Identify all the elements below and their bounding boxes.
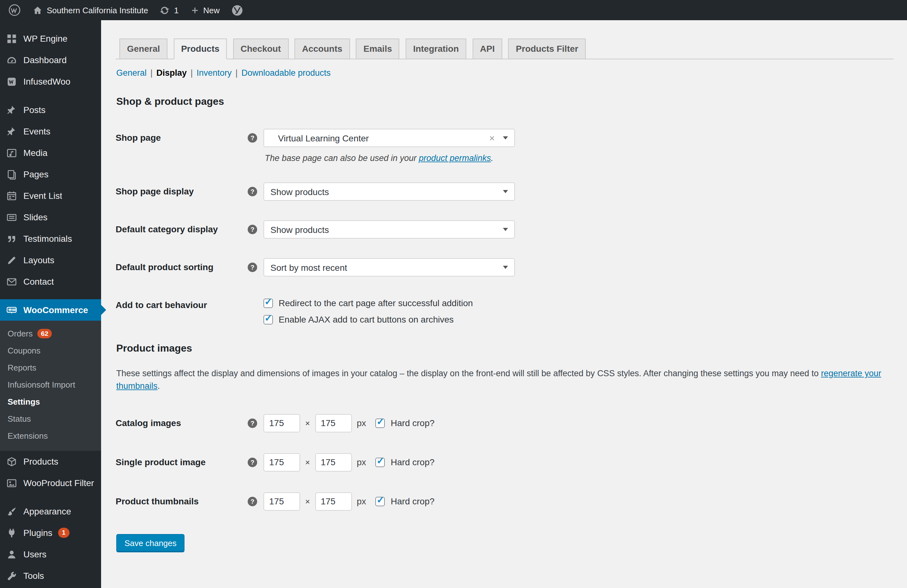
sidebar-item-plugins[interactable]: Plugins 1 [0, 522, 101, 543]
ajax-add-to-cart-checkbox[interactable]: ✓ Enable AJAX add to cart buttons on arc… [263, 314, 473, 324]
sidebar-item-contact[interactable]: Contact [0, 271, 101, 292]
default-product-sorting-select[interactable]: Sort by most recent [263, 258, 515, 276]
media-icon [5, 147, 18, 159]
sidebar-item-wooproduct-filter[interactable]: WooProduct Filter [0, 472, 101, 494]
sidebar-item-event-list[interactable]: Event List [0, 185, 101, 206]
site-name: Southern California Institute [47, 5, 148, 15]
single-height-input[interactable] [315, 453, 352, 471]
sidebar-item-wp-engine[interactable]: WP Engine [0, 28, 101, 49]
sidebar-item-dashboard[interactable]: Dashboard [0, 49, 101, 71]
help-icon[interactable]: ? [248, 418, 257, 428]
yoast-menu[interactable] [225, 0, 248, 20]
subnav-general[interactable]: General [116, 68, 147, 78]
sidebar-item-tools[interactable]: Tools [0, 565, 101, 586]
orders-count-badge: 62 [37, 329, 52, 339]
subnav-downloadable-products[interactable]: Downloadable products [241, 68, 330, 78]
tab-integration[interactable]: Integration [405, 38, 466, 59]
menu-separator [0, 292, 101, 299]
sidebar-item-layouts[interactable]: Layouts [0, 249, 101, 271]
yoast-icon [231, 4, 243, 16]
single-hard-crop-checkbox[interactable]: ✓ Hard crop? [376, 457, 435, 467]
box-icon [5, 455, 18, 468]
help-icon[interactable]: ? [248, 263, 257, 272]
admin-sidebar: WP Engine Dashboard InfusedWoo Posts Eve… [0, 20, 101, 588]
sidebar-item-users[interactable]: Users [0, 543, 101, 565]
sidebar-subitem-status[interactable]: Status [0, 410, 101, 427]
menu-separator [0, 494, 101, 500]
checkbox-checked-icon: ✓ [376, 497, 385, 506]
sidebar-subitem-reports[interactable]: Reports [0, 359, 101, 376]
catalog-hard-crop-checkbox[interactable]: ✓ Hard crop? [376, 418, 435, 428]
product-permalinks-link[interactable]: product permalinks [419, 153, 491, 163]
default-product-sorting-row: Default product sorting ? Sort by most r… [115, 258, 893, 276]
clear-selection-icon[interactable]: × [489, 133, 495, 143]
thumbnail-height-input[interactable] [315, 492, 352, 510]
slides-icon [5, 211, 18, 224]
plus-icon [190, 5, 199, 15]
catalog-height-input[interactable] [315, 414, 352, 432]
sidebar-item-woocommerce[interactable]: WooCommerce [0, 299, 101, 321]
new-content-menu[interactable]: New [184, 0, 225, 20]
times-symbol: × [305, 418, 310, 428]
tab-checkout[interactable]: Checkout [233, 38, 288, 59]
user-icon [5, 548, 18, 561]
shop-page-display-select[interactable]: Show products [263, 182, 515, 201]
sidebar-item-slides[interactable]: Slides [0, 206, 101, 228]
sidebar-subitem-settings[interactable]: Settings [0, 393, 101, 410]
shop-page-select[interactable]: Virtual Learning Center × [263, 129, 515, 147]
product-images-description: These settings affect the display and di… [116, 368, 893, 393]
shop-page-label: Shop page [115, 129, 248, 143]
default-category-display-select[interactable]: Show products [263, 220, 515, 239]
updates-menu[interactable]: 1 [154, 0, 184, 20]
sidebar-item-products[interactable]: Products [0, 451, 101, 472]
save-changes-button[interactable]: Save changes [116, 534, 185, 552]
help-icon[interactable]: ? [248, 225, 257, 234]
single-width-input[interactable] [263, 453, 300, 471]
help-icon[interactable]: ? [248, 133, 257, 143]
thumbnail-hard-crop-checkbox[interactable]: ✓ Hard crop? [376, 496, 435, 506]
catalog-width-input[interactable] [263, 414, 300, 432]
tab-api[interactable]: API [472, 38, 502, 59]
sidebar-subitem-coupons[interactable]: Coupons [0, 342, 101, 359]
redirect-to-cart-checkbox[interactable]: ✓ Redirect to the cart page after succes… [263, 298, 473, 308]
help-icon[interactable]: ? [248, 187, 257, 196]
tab-products[interactable]: Products [173, 38, 227, 59]
home-icon [32, 5, 43, 16]
tab-general[interactable]: General [119, 38, 167, 59]
single-product-image-row: Single product image ? × px ✓ Hard crop? [115, 453, 893, 471]
catalog-images-row: Catalog images ? × px ✓ Hard crop? [115, 414, 893, 432]
help-icon[interactable]: ? [248, 457, 257, 467]
tab-emails[interactable]: Emails [356, 38, 399, 59]
sidebar-item-testimonials[interactable]: Testimonials [0, 228, 101, 249]
default-category-display-label: Default category display [115, 220, 248, 234]
sidebar-item-posts[interactable]: Posts [0, 99, 101, 121]
product-thumbnails-label: Product thumbnails [115, 492, 248, 506]
tab-products-filter[interactable]: Products Filter [508, 38, 586, 59]
thumbnail-width-input[interactable] [263, 492, 300, 510]
sidebar-subitem-infusionsoft-import[interactable]: Infusionsoft Import [0, 376, 101, 393]
sidebar-item-appearance[interactable]: Appearance [0, 500, 101, 522]
settings-tabs: General Products Checkout Accounts Email… [115, 38, 893, 59]
site-name-menu[interactable]: Southern California Institute [27, 0, 154, 20]
sidebar-subitem-extensions[interactable]: Extensions [0, 427, 101, 444]
envelope-icon [5, 275, 18, 288]
subnav-display[interactable]: Display [156, 68, 187, 78]
help-icon[interactable]: ? [248, 497, 257, 506]
default-product-sorting-label: Default product sorting [115, 258, 248, 272]
tab-accounts[interactable]: Accounts [295, 38, 350, 59]
admin-bar: Southern California Institute 1 New [0, 0, 907, 20]
product-thumbnails-row: Product thumbnails ? × px ✓ Hard crop? [115, 492, 893, 510]
add-to-cart-behaviour-row: Add to cart behaviour ✓ Redirect to the … [115, 296, 893, 324]
wordpress-logo-icon[interactable] [3, 0, 27, 20]
chevron-down-icon [503, 136, 508, 139]
sidebar-item-infusedwoo[interactable]: InfusedWoo [0, 71, 101, 92]
checkbox-checked-icon: ✓ [376, 457, 385, 467]
sidebar-item-pages[interactable]: Pages [0, 163, 101, 185]
sidebar-subitem-orders[interactable]: Orders 62 [0, 325, 101, 342]
chevron-down-icon [503, 266, 508, 269]
add-to-cart-behaviour-label: Add to cart behaviour [115, 296, 248, 310]
sidebar-item-media[interactable]: Media [0, 142, 101, 163]
sidebar-item-events[interactable]: Events [0, 121, 101, 142]
subnav-inventory[interactable]: Inventory [197, 68, 232, 78]
shop-product-pages-title: Shop & product pages [116, 96, 893, 107]
